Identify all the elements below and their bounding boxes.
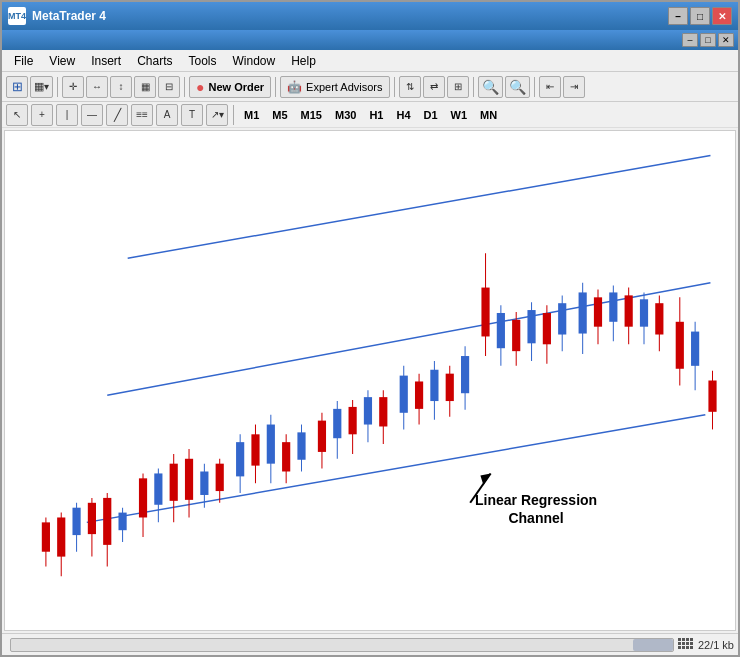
maximize-button[interactable]: □	[690, 7, 710, 25]
svg-rect-53	[430, 370, 438, 401]
svg-rect-85	[691, 332, 699, 366]
tf-d1[interactable]: D1	[419, 108, 443, 122]
toolbar-main: ⊞ ▦▾ ✛ ↔ ↕ ▦ ⊟ ● New Order 🤖 Expert Advi…	[2, 72, 738, 102]
tool-cursor[interactable]: ↖	[6, 104, 28, 126]
toolbar-btn-6[interactable]: ⇄	[423, 76, 445, 98]
tf-m5[interactable]: M5	[267, 108, 292, 122]
toolbar-btn-7[interactable]: ⊞	[447, 76, 469, 98]
svg-rect-47	[379, 397, 387, 426]
horizontal-scrollbar[interactable]	[10, 638, 674, 652]
svg-rect-45	[364, 397, 372, 424]
svg-rect-37	[297, 432, 305, 459]
separator-6	[534, 77, 535, 97]
inner-minimize[interactable]: –	[682, 33, 698, 47]
svg-rect-77	[625, 295, 633, 326]
tf-m1[interactable]: M1	[239, 108, 264, 122]
menu-file[interactable]: File	[6, 52, 41, 70]
menu-insert[interactable]: Insert	[83, 52, 129, 70]
tool-line-v[interactable]: |	[56, 104, 78, 126]
tf-m15[interactable]: M15	[296, 108, 327, 122]
svg-rect-69	[558, 303, 566, 334]
scrollbar-thumb[interactable]	[633, 639, 673, 651]
svg-rect-79	[640, 299, 648, 326]
menu-tools[interactable]: Tools	[181, 52, 225, 70]
svg-rect-55	[446, 374, 454, 401]
svg-rect-9	[72, 508, 80, 535]
svg-rect-73	[594, 297, 602, 326]
tool-line-h[interactable]: —	[81, 104, 103, 126]
svg-rect-5	[42, 522, 50, 551]
tf-mn[interactable]: MN	[475, 108, 502, 122]
svg-rect-19	[154, 473, 162, 504]
toolbar-btn-chart[interactable]: ▦	[134, 76, 156, 98]
toolbar-btn-zoom-in[interactable]: ↔	[86, 76, 108, 98]
menu-bar: File View Insert Charts Tools Window Hel…	[2, 50, 738, 72]
menu-help[interactable]: Help	[283, 52, 324, 70]
expert-advisors-button[interactable]: 🤖 Expert Advisors	[280, 76, 389, 98]
svg-rect-51	[415, 381, 423, 408]
toolbar-btn-1[interactable]: ⊞	[6, 76, 28, 98]
title-bar: MT4 MetaTrader 4 – □ ✕	[2, 2, 738, 30]
tool-text-t[interactable]: T	[181, 104, 203, 126]
svg-rect-25	[200, 471, 208, 494]
svg-rect-0	[5, 131, 735, 630]
toolbar-btn-bar[interactable]: ⊟	[158, 76, 180, 98]
svg-rect-31	[251, 434, 259, 465]
svg-rect-61	[497, 313, 505, 348]
inner-title-bar: – □ ✕	[2, 30, 738, 50]
svg-rect-81	[655, 303, 663, 334]
svg-rect-13	[103, 498, 111, 545]
toolbar-zoom-plus[interactable]: 🔍	[478, 76, 503, 98]
menu-window[interactable]: Window	[225, 52, 284, 70]
svg-rect-29	[236, 442, 244, 476]
app-icon: MT4	[8, 7, 26, 25]
svg-rect-17	[139, 478, 147, 517]
main-window: MT4 MetaTrader 4 – □ ✕ – □ ✕ File View I…	[0, 0, 740, 657]
separator-3	[275, 77, 276, 97]
chart-area[interactable]: Linear Regression Channel	[4, 130, 736, 631]
toolbar-btn-8[interactable]: ⇤	[539, 76, 561, 98]
tool-line-trend[interactable]: ╱	[106, 104, 128, 126]
separator-tf	[233, 105, 234, 125]
menu-view[interactable]: View	[41, 52, 83, 70]
toolbar-btn-crosshair[interactable]: ✛	[62, 76, 84, 98]
toolbar-btn-5[interactable]: ⇅	[399, 76, 421, 98]
menu-charts[interactable]: Charts	[129, 52, 180, 70]
svg-rect-63	[512, 320, 520, 351]
grid-icon	[678, 638, 694, 652]
svg-rect-59	[481, 288, 489, 337]
status-bar: 22/1 kb	[2, 633, 738, 655]
close-button[interactable]: ✕	[712, 7, 732, 25]
svg-rect-41	[333, 409, 341, 438]
separator-5	[473, 77, 474, 97]
toolbar-btn-zoom-out[interactable]: ↕	[110, 76, 132, 98]
toolbar-btn-2[interactable]: ▦▾	[30, 76, 53, 98]
chart-svg	[5, 131, 735, 630]
tool-crosshair[interactable]: +	[31, 104, 53, 126]
svg-rect-83	[676, 322, 684, 369]
toolbar-btn-9[interactable]: ⇥	[563, 76, 585, 98]
svg-rect-57	[461, 356, 469, 393]
svg-rect-75	[609, 292, 617, 321]
separator-2	[184, 77, 185, 97]
inner-close[interactable]: ✕	[718, 33, 734, 47]
tf-w1[interactable]: W1	[446, 108, 473, 122]
svg-rect-65	[527, 310, 535, 343]
svg-rect-49	[400, 376, 408, 413]
tool-fib[interactable]: ≡≡	[131, 104, 153, 126]
tool-text-a[interactable]: A	[156, 104, 178, 126]
tf-m30[interactable]: M30	[330, 108, 361, 122]
tf-h4[interactable]: H4	[391, 108, 415, 122]
svg-rect-67	[543, 313, 551, 344]
inner-maximize[interactable]: □	[700, 33, 716, 47]
svg-rect-15	[118, 513, 126, 531]
svg-rect-27	[216, 464, 224, 491]
status-info: 22/1 kb	[678, 638, 734, 652]
toolbar-drawing: ↖ + | — ╱ ≡≡ A T ↗▾ M1 M5 M15 M30 H1 H4 …	[2, 102, 738, 128]
toolbar-zoom-minus[interactable]: 🔍	[505, 76, 530, 98]
minimize-button[interactable]: –	[668, 7, 688, 25]
tool-arrow[interactable]: ↗▾	[206, 104, 228, 126]
new-order-button[interactable]: ● New Order	[189, 76, 271, 98]
svg-rect-71	[579, 292, 587, 333]
tf-h1[interactable]: H1	[364, 108, 388, 122]
